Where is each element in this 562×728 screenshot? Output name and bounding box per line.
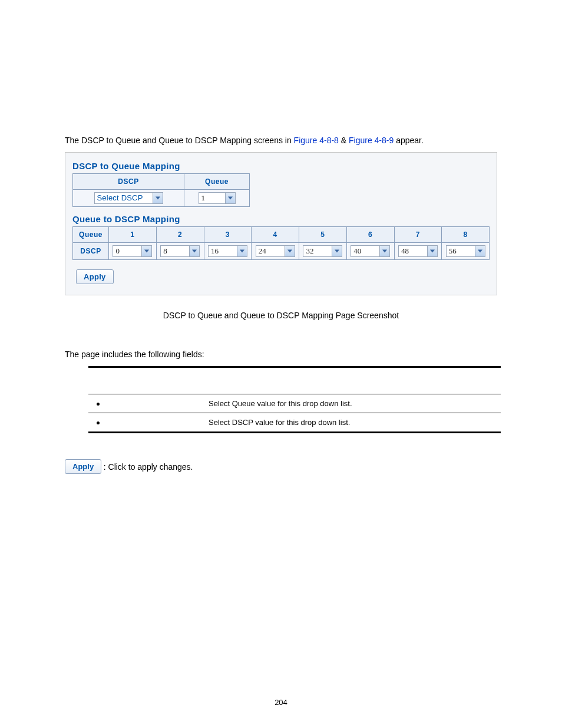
- field-desc: Select Queue value for this drop down li…: [203, 394, 501, 413]
- figure-link-2[interactable]: Figure 4-8-9: [349, 136, 394, 145]
- table-row: Select DSCP value for this drop down lis…: [88, 413, 501, 433]
- intro-text: The DSCP to Queue and Queue to DSCP Mapp…: [65, 136, 533, 145]
- apply-button[interactable]: Apply: [76, 269, 114, 284]
- chevron-down-icon: [237, 246, 247, 256]
- select-dscp-dropdown[interactable]: Select DSCP: [94, 192, 163, 204]
- chevron-down-icon: [379, 246, 389, 256]
- svg-marker-9: [478, 250, 482, 253]
- q2d-title: Queue to DSCP Mapping: [72, 214, 490, 224]
- d2q-table: DSCP Queue Select DSCP 1: [72, 173, 250, 207]
- bullet-icon: [97, 421, 100, 424]
- chevron-down-icon: [332, 246, 342, 256]
- chevron-down-icon: [225, 193, 235, 203]
- q2d-table: Queue 1 2 3 4 5 6 7 8 DSCP 0 8 16 24 32: [72, 226, 490, 260]
- chevron-down-icon: [153, 193, 163, 203]
- q2d-select-2[interactable]: 8: [160, 245, 200, 257]
- svg-marker-3: [192, 250, 197, 253]
- q2d-select-8[interactable]: 56: [446, 245, 485, 257]
- q2d-col-7: 7: [394, 227, 442, 243]
- screenshot-panel: DSCP to Queue Mapping DSCP Queue Select …: [65, 152, 497, 295]
- q2d-select-6[interactable]: 40: [351, 245, 390, 257]
- figure-link-1[interactable]: Figure 4-8-8: [294, 136, 339, 145]
- apply-button-inline[interactable]: Apply: [65, 459, 101, 474]
- caption: DSCP to Queue and Queue to DSCP Mapping …: [29, 311, 533, 320]
- q2d-col-4: 4: [252, 227, 299, 243]
- q2d-row-label: Queue: [73, 227, 109, 243]
- q2d-col-3: 3: [204, 227, 252, 243]
- d2q-col-dscp: DSCP: [73, 174, 184, 190]
- table-row: Select Queue value for this drop down li…: [88, 394, 501, 413]
- q2d-dscp-label: DSCP: [73, 243, 109, 260]
- q2d-select-3[interactable]: 16: [208, 245, 247, 257]
- svg-marker-4: [240, 250, 244, 253]
- page-number: 204: [29, 698, 533, 707]
- svg-marker-2: [144, 250, 149, 253]
- svg-marker-8: [430, 250, 435, 253]
- fields-intro: The page includes the following fields:: [65, 350, 533, 359]
- q2d-select-7[interactable]: 48: [398, 245, 438, 257]
- d2q-title: DSCP to Queue Mapping: [72, 161, 490, 171]
- svg-marker-5: [287, 250, 292, 253]
- chevron-down-icon: [427, 246, 437, 256]
- svg-marker-1: [228, 197, 233, 200]
- q2d-col-2: 2: [156, 227, 204, 243]
- q2d-select-4[interactable]: 24: [256, 245, 295, 257]
- q2d-col-5: 5: [299, 227, 347, 243]
- q2d-select-1[interactable]: 0: [113, 245, 152, 257]
- chevron-down-icon: [189, 246, 199, 256]
- fields-table: Select Queue value for this drop down li…: [88, 366, 501, 433]
- select-queue-dropdown[interactable]: 1: [199, 192, 236, 204]
- q2d-col-1: 1: [109, 227, 157, 243]
- chevron-down-icon: [475, 246, 485, 256]
- field-desc: Select DSCP value for this drop down lis…: [203, 413, 501, 433]
- svg-marker-7: [382, 250, 387, 253]
- bullet-icon: [97, 403, 100, 406]
- q2d-select-5[interactable]: 32: [303, 245, 342, 257]
- d2q-col-queue: Queue: [184, 174, 250, 190]
- buttons-note: Apply : Click to apply changes.: [65, 459, 533, 474]
- q2d-col-8: 8: [442, 227, 490, 243]
- q2d-col-6: 6: [346, 227, 394, 243]
- svg-marker-0: [156, 197, 160, 200]
- chevron-down-icon: [285, 246, 295, 256]
- chevron-down-icon: [141, 246, 151, 256]
- svg-marker-6: [335, 250, 339, 253]
